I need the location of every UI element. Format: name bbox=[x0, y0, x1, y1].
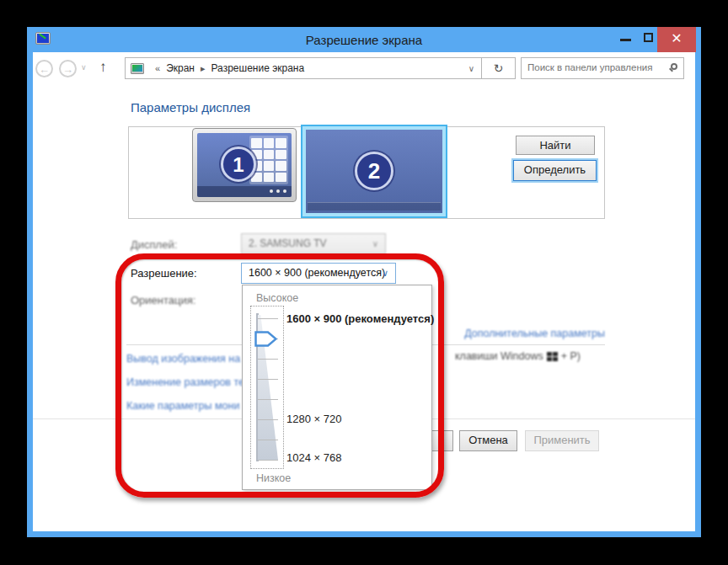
search-box[interactable] bbox=[521, 57, 684, 79]
page-title: Параметры дисплея bbox=[131, 100, 250, 115]
window-title: Разрешение экрана bbox=[27, 33, 701, 47]
taskbar-dot bbox=[283, 189, 286, 193]
breadcrumb-separator-icon: ▸ bbox=[201, 63, 206, 74]
minimize-button[interactable] bbox=[615, 27, 637, 51]
address-bar[interactable]: « Экран ▸ Разрешение экрана ∨ bbox=[125, 57, 482, 79]
red-annotation-oval bbox=[115, 253, 444, 498]
windows-logo-icon bbox=[547, 352, 558, 361]
start-tiles-grid bbox=[251, 138, 286, 182]
address-dropdown-icon[interactable]: ∨ bbox=[468, 64, 474, 73]
taskbar-dot bbox=[270, 189, 273, 193]
display-crumb-icon bbox=[131, 63, 144, 74]
app-icon-arrow bbox=[39, 34, 46, 39]
search-icon[interactable] bbox=[671, 63, 677, 70]
apply-button: Применить bbox=[525, 430, 599, 451]
breadcrumb-guillemet[interactable]: « bbox=[155, 63, 160, 73]
history-dropdown-icon[interactable]: ∨ bbox=[81, 63, 87, 72]
close-button[interactable]: ✕ bbox=[657, 27, 696, 52]
monitor-1-number-badge: 1 bbox=[221, 147, 256, 182]
app-icon bbox=[35, 32, 51, 45]
shortcut-text-before: клавиши Windows bbox=[455, 350, 543, 362]
up-button[interactable]: ↑ bbox=[99, 59, 107, 76]
shortcut-text-after: + P) bbox=[561, 350, 581, 362]
breadcrumb-resolution[interactable]: Разрешение экрана bbox=[211, 62, 305, 74]
display-label: Дисплей: bbox=[131, 238, 177, 251]
refresh-button[interactable]: ↻ bbox=[481, 57, 516, 79]
cancel-button[interactable]: Отмена bbox=[459, 430, 517, 451]
identify-button[interactable]: Определить bbox=[513, 160, 597, 181]
taskbar-dot bbox=[276, 189, 280, 193]
forward-button[interactable]: → bbox=[59, 60, 77, 77]
display-combobox[interactable]: 2. SAMSUNG TV ∨ bbox=[241, 233, 386, 254]
minimize-icon bbox=[620, 39, 631, 41]
search-input[interactable] bbox=[522, 58, 662, 77]
app-icon-screen bbox=[37, 34, 49, 43]
project-shortcut-text: клавиши Windows + P) bbox=[455, 350, 581, 362]
display-combobox-chevron-icon: ∨ bbox=[372, 234, 378, 253]
detect-button[interactable]: Найти bbox=[516, 136, 595, 155]
breadcrumb-screen[interactable]: Экран bbox=[166, 62, 195, 74]
monitor-2-number-badge: 2 bbox=[355, 152, 393, 190]
back-button[interactable]: ← bbox=[35, 60, 53, 77]
display-combobox-value: 2. SAMSUNG TV bbox=[249, 237, 326, 249]
maximize-icon bbox=[644, 33, 653, 42]
monitor-2-taskbar bbox=[308, 202, 441, 211]
